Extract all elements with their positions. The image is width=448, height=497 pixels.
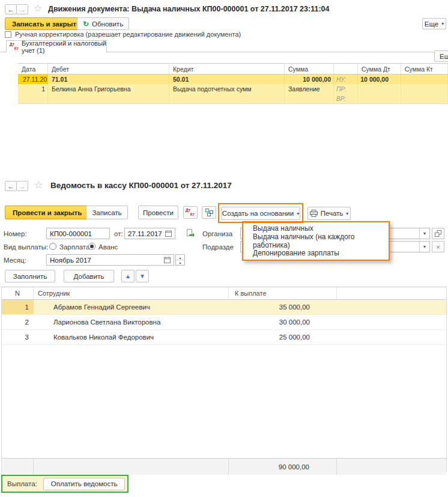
credit-subconto: Выдача подотчетных сумм: [169, 84, 285, 94]
more-label: Еще: [425, 20, 438, 28]
dtkt-button[interactable]: ДтКт: [183, 206, 198, 219]
favorite-star-icon[interactable]: ☆: [34, 4, 42, 13]
table-total-row: 90 000,00: [2, 458, 446, 475]
printer-icon: [310, 210, 318, 217]
debit-subconto: Белкина Анна Григорьевна: [48, 84, 169, 94]
more-button[interactable]: Еще ▾: [422, 18, 446, 29]
col-sum-kt[interactable]: Сумма Кт: [401, 64, 448, 74]
save-close-label: Записать и закрыть: [12, 20, 80, 28]
open-link-icon: [435, 230, 441, 237]
tab-accounting-label: Бухгалтерский и налоговый учет (1): [22, 40, 106, 54]
col-n[interactable]: N: [2, 287, 34, 299]
calendar-icon[interactable]: [165, 230, 172, 237]
col-sum[interactable]: Сумма: [285, 64, 334, 74]
post-button[interactable]: Провести: [138, 206, 178, 219]
fill-button[interactable]: Заполнить: [5, 270, 55, 282]
save-close-button[interactable]: Записать и закрыть: [5, 17, 88, 30]
table-empty-area[interactable]: [2, 345, 446, 458]
tab-accounting[interactable]: ДтКт Бухгалтерский и налоговый учет (1): [6, 40, 107, 52]
movements-table-header: Дата Дебет Кредит Сумма Сумма Дт Сумма К…: [18, 64, 448, 75]
radio-advance-label[interactable]: Аванс: [98, 243, 118, 251]
employee-name: Ковальков Николай Федорович: [34, 330, 229, 344]
radio-salary[interactable]: [49, 243, 56, 250]
save-button[interactable]: Записать: [86, 206, 128, 219]
col-debit[interactable]: Дебет: [48, 64, 169, 74]
manual-correction-checkbox[interactable]: [5, 31, 11, 38]
nu-tag: НУ:: [334, 75, 358, 84]
sum-value: 10 000,00: [285, 75, 334, 84]
month-input[interactable]: Ноябрь 2017: [46, 254, 174, 266]
movements-table: Дата Дебет Кредит Сумма Сумма Дт Сумма К…: [18, 63, 448, 104]
department-clear-button[interactable]: ×: [432, 241, 444, 252]
back-arrow-icon: ←: [7, 183, 14, 190]
payment-type-label: Вид выплаты:: [4, 243, 48, 251]
save-label: Записать: [92, 209, 121, 216]
post-close-button[interactable]: Провести и закрыть: [5, 206, 89, 219]
date-label: от:: [114, 230, 123, 237]
amount-value: 25 000,00: [229, 330, 337, 344]
calendar-icon[interactable]: [164, 257, 171, 263]
dtkt-icon: ДтКт: [10, 43, 19, 50]
table-row[interactable]: 2 Ларионова Светлана Викторовна 30 000,0…: [2, 315, 446, 330]
create-from-button[interactable]: Создать на основании ▾: [221, 207, 300, 220]
menu-item-cash-issue-per-employee[interactable]: Выдача наличных (на каждого работника): [243, 235, 389, 248]
pr-tag: ПР:: [334, 84, 358, 94]
up-arrow-icon: ▲: [125, 273, 131, 279]
spin-up-icon[interactable]: ▴: [176, 255, 184, 260]
col-employee[interactable]: Сотрудник: [34, 287, 229, 299]
document-arrow-icon[interactable]: [186, 229, 195, 237]
radio-advance[interactable]: [88, 243, 95, 250]
movement-row-line1[interactable]: 27.11.2017 71.01 50.01 10 000,00 НУ: 10 …: [18, 75, 448, 84]
sum-dt-value: 10 000,00: [358, 75, 401, 84]
move-up-button[interactable]: ▲: [121, 270, 135, 282]
number-label: Номер:: [4, 230, 27, 237]
refresh-label: Обновить: [92, 20, 123, 28]
spin-down-icon[interactable]: ▾: [176, 260, 184, 265]
forward-arrow-icon: →: [19, 183, 26, 190]
organization-open-button[interactable]: [432, 228, 444, 239]
date-input[interactable]: 27.11.2017: [124, 228, 175, 239]
movement-row-line3[interactable]: ВР:: [18, 94, 448, 104]
total-amount: 90 000,00: [229, 459, 337, 475]
number-input[interactable]: КП00-000001: [46, 228, 110, 239]
row-number: 1: [18, 84, 48, 94]
move-down-button[interactable]: ▼: [136, 270, 149, 282]
print-label: Печать: [321, 210, 344, 217]
month-spinner[interactable]: ▴▾: [175, 254, 185, 266]
structure-button[interactable]: [202, 206, 216, 219]
refresh-icon: ↻: [83, 20, 89, 28]
pay-statement-label: Оплатить ведомость: [51, 480, 118, 487]
radio-salary-label[interactable]: Зарплата: [59, 243, 89, 251]
favorite-star-icon2[interactable]: ☆: [34, 180, 43, 190]
number-value: КП00-000001: [50, 230, 92, 237]
manual-correction-label: Ручная корректировка (разрешает редактир…: [15, 31, 241, 38]
movement-row-line2[interactable]: 1 Белкина Анна Григорьевна Выдача подотч…: [18, 84, 448, 94]
amount-value: 30 000,00: [229, 315, 337, 329]
col-credit[interactable]: Кредит: [169, 64, 285, 74]
employees-table-header: N Сотрудник К выплате: [2, 287, 446, 300]
fill-label: Заполнить: [13, 273, 47, 280]
back-button[interactable]: ←: [5, 4, 17, 14]
chevron-down-icon: ▾: [346, 211, 348, 216]
row-number: 2: [2, 315, 34, 329]
print-button[interactable]: Печать ▾: [307, 207, 351, 220]
chevron-down-icon[interactable]: ▾: [419, 242, 429, 252]
col-date[interactable]: Дата: [18, 64, 48, 74]
refresh-button[interactable]: ↻ Обновить: [77, 17, 129, 30]
add-button[interactable]: Добавить: [64, 270, 114, 282]
row-number: 1: [2, 300, 34, 314]
forward-button2[interactable]: →: [16, 181, 28, 191]
col-sum-dt[interactable]: Сумма Дт: [358, 64, 401, 74]
forward-button[interactable]: →: [16, 4, 28, 14]
chevron-down-icon[interactable]: ▾: [419, 228, 429, 239]
col-amount[interactable]: К выплате: [229, 287, 337, 299]
table-more-button[interactable]: Еще: [434, 50, 448, 62]
table-row[interactable]: 3 Ковальков Николай Федорович 25 000,00: [2, 330, 446, 345]
down-arrow-icon: ▼: [139, 273, 145, 279]
back-button2[interactable]: ←: [5, 181, 17, 191]
table-more-label: Еще: [440, 53, 448, 60]
table-row[interactable]: 1 Абрамов Геннадий Сергеевич 35 000,00: [2, 300, 446, 315]
payment-label: Выплата:: [7, 480, 37, 487]
pay-statement-button[interactable]: Оплатить ведомость: [43, 478, 126, 490]
date-cell-selected[interactable]: 27.11.2017: [18, 75, 48, 84]
